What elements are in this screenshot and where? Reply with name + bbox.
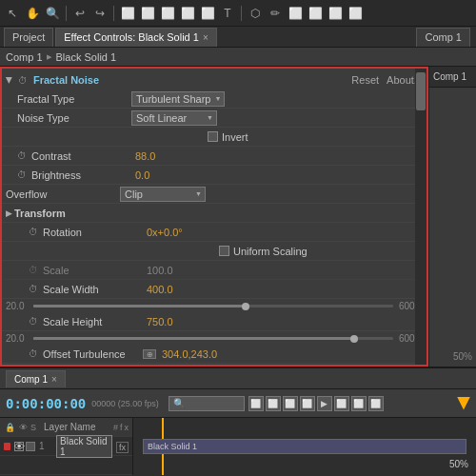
toolbar-icon-zoom[interactable]: 🔍 [44,5,61,22]
scale-height-stopwatch[interactable]: ⏱ [29,316,38,327]
timeline-controls: 0:00:00:00 00000 (25.00 fps) ⬜ ⬜ ⬜ ⬜ ▶ ⬜… [0,389,476,418]
toolbar-icon-8[interactable]: ✏ [267,5,284,22]
panel-header: Comp 1 ▸ Black Solid 1 [0,48,476,67]
scale-width-slider-row: 20.0 600.0 [2,299,426,312]
fx-badge[interactable]: fx [116,442,129,453]
tab-row: Project Effect Controls: Black Solid 1 ×… [0,27,476,48]
layer-row: 👁 1 Black Solid 1 fx [0,437,132,456]
toolbar-icon-12[interactable]: ⬜ [347,5,364,22]
timeline-tab-close[interactable]: × [51,374,57,385]
scale-height-track [33,337,393,340]
noise-type-dropdown[interactable]: Soft Linear [131,110,217,126]
tab-right-controls: Comp 1 [416,28,472,47]
contrast-value[interactable]: 88.0 [135,150,155,162]
search-box[interactable] [169,396,245,411]
search-input[interactable] [169,396,245,411]
rotation-value[interactable]: 0x+0.0° [147,227,183,238]
toolbar-icon-redo[interactable]: ↪ [91,5,109,22]
toolbar-icon-arrow[interactable]: ↖ [4,5,21,22]
toolbar-icon-10[interactable]: ⬜ [307,5,324,22]
prop-offset-turbulence: ⏱ Offset Turbulence ⊕ 304.0,243.0 [2,345,426,364]
effect-expand-icon[interactable]: ▶ [5,77,14,84]
overflow-label: Overflow [6,188,120,200]
toolbar-icon-1[interactable]: ⬜ [119,5,136,22]
ruler-row [133,418,476,437]
scale-width-thumb[interactable] [242,303,249,310]
scroll-thumb[interactable] [416,72,426,110]
layer-lock[interactable] [26,442,35,451]
layer-visibility[interactable]: 👁 [14,442,24,451]
fx-badge-container: fx [116,441,129,452]
effect-scrollbar[interactable] [415,69,426,365]
prop-rotation: ⏱ Rotation 0x+0.0° [2,223,426,242]
toolbar-icon-3[interactable]: ⬜ [159,5,176,22]
tab-comp[interactable]: Comp 1 [416,28,470,47]
right-panel-content: 50% [429,88,476,95]
toolbar-icon-undo[interactable]: ↩ [71,5,89,22]
timeline-btn-3[interactable]: ⬜ [283,396,298,411]
scale-width-fill [33,305,249,307]
brightness-stopwatch-icon[interactable]: ⏱ [17,169,27,180]
timeline-btn-8[interactable]: ⬜ [368,396,384,411]
eye-icon[interactable]: 👁 [17,422,29,433]
invert-checkbox[interactable] [208,131,218,142]
offset-turbulence-label: ⏱ Offset Turbulence [29,348,143,360]
timeline-bar[interactable]: Black Solid 1 [143,439,466,454]
rotation-stopwatch-icon[interactable]: ⏱ [29,227,38,237]
toolbar-icon-7[interactable]: ⬡ [247,5,264,22]
timeline-btn-1[interactable]: ⬜ [248,396,264,411]
track-timeline: Black Solid 1 50% [133,418,476,475]
uniform-scaling-checkbox[interactable] [219,246,229,256]
effect-header-right: Reset About... [351,74,423,86]
solo-icon[interactable]: S [30,423,36,432]
toolbar-icon-9[interactable]: ⬜ [287,5,304,22]
offset-turbulence-value[interactable]: 304.0,243.0 [162,348,217,360]
offset-stopwatch[interactable]: ⏱ [29,348,38,359]
scale-height-value[interactable]: 750.0 [147,316,173,327]
track-header-controls: 🔒 👁 S [4,422,36,433]
overflow-dropdown[interactable]: Clip [120,187,206,202]
toolbar-icon-5[interactable]: ⬜ [199,5,216,22]
timeline-tab[interactable]: Comp 1 × [6,370,66,387]
timeline-btn-4[interactable]: ⬜ [300,396,315,411]
scale-height-slider[interactable] [30,337,397,340]
comp-tab-right[interactable]: Comp 1 [429,67,476,88]
prop-scale: ⏱ Scale 100.0 [2,261,426,280]
toolbar-icon-6[interactable]: T [219,5,236,22]
contrast-stopwatch-icon[interactable]: ⏱ [17,150,27,161]
toolbar-icon-11[interactable]: ⬜ [327,5,344,22]
timeline-btn-5[interactable]: ▶ [317,396,332,411]
scale-width-slider[interactable] [30,305,397,307]
brightness-value[interactable]: 0.0 [135,169,149,181]
toolbar-icon-4[interactable]: ⬜ [179,5,196,22]
lock-icon[interactable]: 🔒 [4,422,15,433]
timeline-btn-7[interactable]: ⬜ [351,396,367,411]
prop-scale-height-container: ⏱ Scale Height 750.0 20.0 600.0 [2,312,426,345]
layer-name-badge[interactable]: Black Solid 1 [56,435,112,458]
main-toolbar: ↖ ✋ 🔍 ↩ ↪ ⬜ ⬜ ⬜ ⬜ ⬜ T ⬡ ✏ ⬜ ⬜ ⬜ ⬜ [0,0,476,27]
scale-width-value[interactable]: 400.0 [147,284,173,295]
scale-width-stopwatch[interactable]: ⏱ [29,284,38,294]
reset-button[interactable]: Reset [351,74,379,86]
crosshair-icon[interactable]: ⊕ [143,349,156,359]
timecode: 0:00:00:00 [6,396,86,411]
scale-height-thumb[interactable] [350,335,358,343]
empty-track-row [0,456,132,475]
timeline-btn-2[interactable]: ⬜ [266,396,281,411]
transform-expand-icon[interactable]: ▶ [6,208,12,218]
transform-label: Transform [14,208,129,219]
uniform-scaling-label: Uniform Scaling [233,246,307,257]
fractal-type-dropdown[interactable]: Turbulent Sharp [131,91,225,107]
toolbar-icon-hand[interactable]: ✋ [24,5,41,22]
toolbar-icon-2[interactable]: ⬜ [139,5,156,22]
tab-close-icon[interactable]: × [203,32,208,43]
right-panel: Comp 1 50% [428,67,476,367]
scale-height-min-label: 20.0 [6,333,30,344]
fractal-type-text: Fractal Type [17,93,74,105]
effect-title: Fractal Noise [33,74,99,86]
tab-project[interactable]: Project [4,28,53,47]
tab-effect-controls[interactable]: Effect Controls: Black Solid 1 × [55,28,217,47]
effect-header: ▶ ⏱ Fractal Noise Reset About... [2,70,426,89]
prop-contrast: ⏱ Contrast 88.0 [2,147,426,166]
timeline-btn-6[interactable]: ⬜ [334,396,349,411]
